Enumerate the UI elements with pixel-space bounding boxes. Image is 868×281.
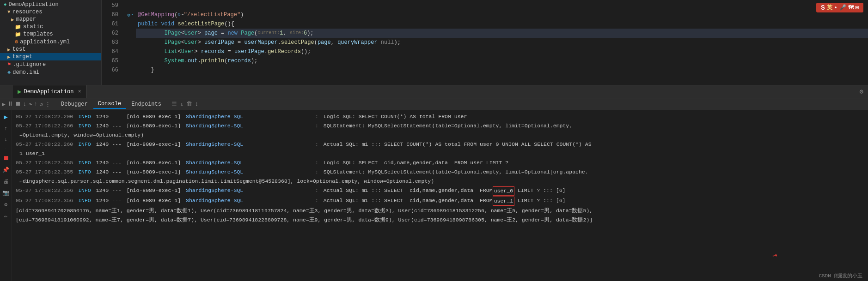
line-numbers: 59 60 61 62 63 64 65 66 <box>102 0 125 85</box>
console-wrap-icon[interactable]: ↕ <box>195 101 199 108</box>
console-toolbar: ▶ ⏸ ⏹ ↓ ↷ ↑ ↺ ⋮ Debugger Console Endpoin… <box>0 98 868 110</box>
debug-more-icon[interactable]: ⋮ <box>45 101 51 108</box>
tab-console[interactable]: Console <box>93 100 126 109</box>
sougou-toolbar[interactable]: S 英 • 🎤 🗺 ⊞ <box>816 3 863 12</box>
sidebar-settings-icon[interactable]: ⚙ <box>4 201 7 208</box>
console-scroll-icon[interactable]: ⇓ <box>180 101 183 108</box>
console-content: 05-27 17:08:22.200 INFO 1240 --- [nio-80… <box>12 110 868 281</box>
log-line-9: 05-27 17:08:22.356 INFO 1240 --- [nio-80… <box>12 186 868 196</box>
sidebar-print-icon[interactable]: 🖨 <box>3 178 9 185</box>
debug-left-sidebar: ▶ ↑ ↓ ⏹ 📌 🖨 📷 ⚙ ✏ <box>0 110 12 281</box>
sidebar-pin-icon[interactable]: 📌 <box>2 167 9 173</box>
tree-item-application-yml[interactable]: ⚙ application.yml <box>0 38 101 46</box>
debug-step-out-icon[interactable]: ↑ <box>34 101 37 108</box>
code-line-64: List < User > records = userIPage . getR… <box>136 47 868 56</box>
tree-item-resources[interactable]: ▼ resources <box>0 8 101 16</box>
log-line-2: 05-27 17:08:22.260 INFO 1240 --- [nio-80… <box>12 121 868 131</box>
code-line-61: public void selectListPage (){ <box>136 19 868 29</box>
code-line-62: IPage < User > page = new Page ( current… <box>136 29 868 38</box>
tree-item-mapper[interactable]: ▶ mapper <box>0 16 101 23</box>
tree-item-gitignore[interactable]: ⚑ .gitignore <box>0 60 101 68</box>
sidebar-stop-icon[interactable]: ⏹ <box>3 155 9 162</box>
log-line-4: 05-27 17:08:22.260 INFO 1240 --- [nio-80… <box>12 140 868 149</box>
code-line-59 <box>136 1 868 10</box>
log-line-6: 05-27 17:08:22.355 INFO 1240 --- [nio-80… <box>12 158 868 167</box>
sidebar-edit-icon[interactable]: ✏ <box>4 213 7 220</box>
code-content: @GetMapping ( ⊕ ~ "/selectListPage" ) pu… <box>136 0 868 85</box>
code-line-66: } <box>136 66 868 75</box>
debug-step-over-icon[interactable]: ↷ <box>29 101 32 108</box>
sidebar-down-icon[interactable]: ↓ <box>4 137 7 143</box>
code-line-60: @GetMapping ( ⊕ ~ "/selectListPage" ) <box>136 10 868 19</box>
console-clear-icon[interactable]: 🗑 <box>186 101 192 108</box>
debug-step-icon[interactable]: ↓ <box>23 101 27 108</box>
tree-item-templates[interactable]: 📁 templates <box>0 30 101 38</box>
file-tree: ● DemoApplication ▼ resources ▶ mapper 📁… <box>0 0 102 85</box>
tree-item-demoitml[interactable]: ◆ demo.iml <box>0 68 101 76</box>
log-line-3: =Optional.empty, window=Optional.empty) <box>12 131 868 140</box>
tree-item-demoapplication[interactable]: ● DemoApplication <box>0 1 101 8</box>
debug-resume-icon[interactable]: ▶ <box>2 101 6 108</box>
tab-close-icon[interactable]: × <box>78 89 81 95</box>
highlight-user0: user_0 <box>493 186 514 196</box>
sidebar-camera-icon[interactable]: 📷 <box>2 190 9 197</box>
debug-stop-icon[interactable]: ⏹ <box>15 101 21 108</box>
highlight-user1: user_1 <box>493 197 514 206</box>
sidebar-play-icon[interactable]: ▶ <box>4 113 7 121</box>
console-filter-icon[interactable]: ☰ <box>171 101 177 108</box>
debug-main-tab[interactable]: ▶ DemoApplication × <box>13 85 86 98</box>
tree-item-target[interactable]: ▶ target <box>0 53 101 60</box>
code-line-65: System . out . println ( records ); <box>136 56 868 66</box>
log-line-5: 1 user_1 <box>12 149 868 158</box>
code-editor: 59 60 61 62 63 64 65 66 ⊕~ <box>102 0 868 85</box>
tab-endpoints[interactable]: Endpoints <box>127 100 166 108</box>
log-line-10: 05-27 17:08:22.356 INFO 1240 --- [nio-80… <box>12 196 868 206</box>
log-line-11: [cid=736989417020850176, name=王1, gender… <box>12 206 868 215</box>
debug-tab-bar: ▶ DemoApplication × ⚙ <box>0 85 868 98</box>
debug-pause-icon[interactable]: ⏸ <box>7 101 13 108</box>
tree-item-test[interactable]: ▶ test <box>0 46 101 53</box>
sidebar-up-icon[interactable]: ↑ <box>4 126 7 132</box>
log-line-7: 05-27 17:08:22.355 INFO 1240 --- [nio-80… <box>12 167 868 177</box>
log-line-1: 05-27 17:08:22.200 INFO 1240 --- [nio-80… <box>12 112 868 121</box>
csdn-badge: CSDN @掘发的小玉 <box>819 272 862 279</box>
log-line-8: ⌐dingsphere.sql.parser.sql.common.segmen… <box>12 177 868 186</box>
settings-gear-icon[interactable]: ⚙ <box>860 88 868 96</box>
debug-restart-icon[interactable]: ↺ <box>39 101 43 108</box>
code-line-63: IPage < User > userIPage = userMapper . … <box>136 38 868 47</box>
tree-item-static[interactable]: 📁 static <box>0 23 101 30</box>
tab-debugger[interactable]: Debugger <box>56 100 92 108</box>
log-line-12: [cid=736989418191060992, name=王7, gender… <box>12 215 868 225</box>
gutter-icons: ⊕~ <box>125 0 136 85</box>
